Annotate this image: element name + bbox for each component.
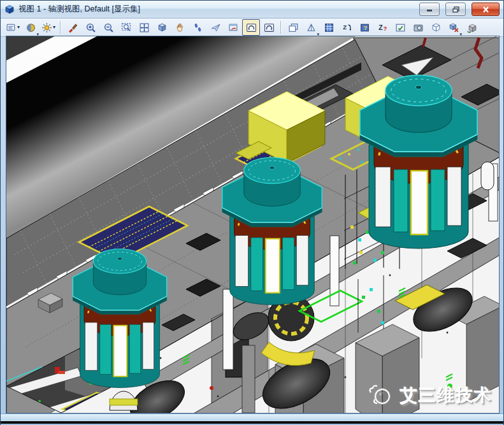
engine-platform-mid[interactable] [222,157,322,305]
toolbar-button-z-order-down[interactable]: Z [338,19,356,36]
grid-window-icon [324,22,335,33]
toolbar-button-section-cut[interactable]: ▾ [445,19,463,36]
toolbar-button-sun-lighting[interactable]: ▾ [40,19,57,36]
window-title: 视图 1 - 轴测视图, Default [显示集] [18,4,140,15]
toolbar-button-copy-window[interactable] [284,19,302,36]
toolbar-button-camera-capture[interactable] [409,19,427,36]
z-query-icon: Z? [377,22,388,33]
toolbar-separator [60,21,61,34]
zoom-window-icon [121,22,132,33]
shading-sphere-icon [25,22,36,33]
restore-button[interactable] [445,3,466,16]
toolbar-separator [280,21,282,34]
toolbar-button-view-settings[interactable]: ▾ [4,19,22,36]
sun-icon [41,22,52,33]
app-window: 视图 1 - 轴测视图, Default [显示集] ▾▾▾▾Z?Z?▾ [0,0,504,425]
toolbar-button-prism-view[interactable]: ▾ [302,19,320,36]
toolbar-button-wireframe-cube[interactable] [427,19,445,36]
pan-hand-icon [175,22,185,33]
app-cube-icon [4,4,15,15]
export-cube-icon [466,22,477,33]
engine-platform-aft[interactable] [360,75,477,249]
close-button[interactable] [472,3,500,16]
svg-text:?: ? [363,24,367,31]
zoom-out-icon [103,22,114,33]
window-check-icon [395,22,406,33]
orbit-cube-icon [157,22,168,33]
query-window-icon: ? [359,22,370,33]
zoom-fit-icon [139,22,150,33]
svg-text:?: ? [383,24,387,31]
undo-view-icon [246,22,257,33]
toolbar-button-view-window-arrow[interactable] [224,19,242,36]
toolbar-button-paint-brush[interactable] [64,19,82,36]
toolbar-button-export-cube[interactable] [463,19,480,36]
toolbar-button-window-check[interactable] [391,19,409,36]
3d-viewport[interactable]: 艾三维技术 [6,36,500,414]
copy-window-icon [288,22,299,33]
toolbar-button-fly-plane[interactable] [206,19,224,36]
z-order-down-icon: Z [342,22,352,33]
dropdown-arrow-icon[interactable]: ▾ [17,25,20,30]
redo-view-icon [264,22,275,33]
engine-platform-fwd[interactable] [73,249,166,388]
toolbar: ▾▾▾▾Z?Z?▾ [1,18,503,37]
walk-footprints-icon [192,22,203,33]
toolbar-button-zoom-in[interactable] [82,19,99,36]
section-cut-icon [449,22,459,33]
restore-icon [452,6,459,13]
toolbar-button-grid-window[interactable] [320,19,338,36]
svg-text:Z: Z [343,23,347,30]
toolbar-button-orbit-cube[interactable] [153,19,171,36]
wireframe-cube-icon [431,22,442,33]
toolbar-button-redo-view[interactable] [260,19,278,36]
model-scene [6,36,500,414]
toolbar-button-shading-sphere[interactable]: ▾ [22,19,40,36]
toolbar-button-zoom-out[interactable] [99,19,117,36]
svg-text:Z: Z [378,23,383,31]
toolbar-button-zoom-window[interactable] [117,19,135,36]
camera-capture-icon [413,22,424,33]
paint-brush-icon [68,22,78,33]
view-settings-icon [6,22,17,33]
toolbar-button-pan-hand[interactable] [171,19,189,36]
toolbar-button-zoom-fit[interactable] [135,19,153,36]
toolbar-button-walk-footprints[interactable] [189,19,206,36]
prism-view-icon [306,22,317,33]
toolbar-button-undo-view[interactable] [242,19,260,36]
toolbar-button-z-query[interactable]: Z? [373,19,391,36]
view-window-arrow-icon [228,22,239,33]
titlebar[interactable]: 视图 1 - 轴测视图, Default [显示集] [1,1,503,18]
minimize-button[interactable] [419,3,440,16]
dropdown-arrow-icon[interactable]: ▾ [53,25,55,30]
fly-plane-icon [210,22,221,33]
toolbar-button-query-window[interactable]: ? [356,19,373,36]
minimize-icon [426,6,433,12]
zoom-in-icon [85,22,96,33]
close-icon [482,6,489,13]
